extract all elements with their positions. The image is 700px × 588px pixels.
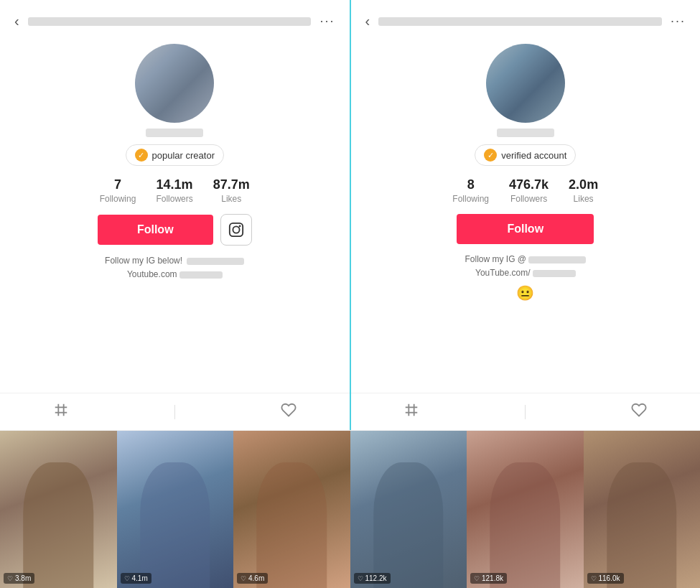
like-badge-6: ♡ 116.0k <box>587 573 624 584</box>
username-left <box>146 129 203 137</box>
stat-likes-left: 87.7m Likes <box>213 177 250 204</box>
bio-line-1-right: Follow my IG @ <box>386 253 665 266</box>
like-count-3: 4.6m <box>248 574 264 582</box>
like-badge-4: ♡ 112.2k <box>354 573 391 584</box>
stat-followers-right: 476.7k Followers <box>509 177 549 204</box>
heart-icon-1: ♡ <box>7 575 13 582</box>
profile-panel-right: ‹ ··· ✓ verified account 8 Following 476… <box>351 0 701 430</box>
stats-row-left: 7 Following 14.1m Followers 87.7m Likes <box>100 177 250 204</box>
videos-grid: ♡ 3.8m ♡ 4.1m ♡ 4.6m ♡ 112.2k ♡ 121.8k <box>0 431 700 588</box>
follow-button-left[interactable]: Follow <box>98 215 213 245</box>
header-username-left <box>28 17 312 26</box>
video-thumb-1[interactable]: ♡ 3.8m <box>0 431 117 588</box>
stat-num-following-left: 7 <box>114 177 121 192</box>
heart-icon-3: ♡ <box>241 575 246 582</box>
emoji-right: 😐 <box>386 284 665 302</box>
tab-bar-left <box>0 393 350 430</box>
stat-num-likes-left: 87.7m <box>213 177 250 192</box>
avatar-image-left <box>135 44 214 123</box>
stat-following-left: 7 Following <box>100 177 136 204</box>
stat-label-following-right: Following <box>452 194 489 204</box>
like-badge-3: ♡ 4.6m <box>237 573 268 584</box>
heart-icon-5: ♡ <box>474 575 480 582</box>
video-thumb-3[interactable]: ♡ 4.6m <box>233 431 350 588</box>
tab-bar-right <box>351 393 701 430</box>
stat-num-likes-right: 2.0m <box>569 177 598 192</box>
avatar-image-right <box>486 44 565 123</box>
badge-text-right: verified account <box>501 150 566 161</box>
stat-likes-right: 2.0m Likes <box>569 177 598 204</box>
profile-panel-left: ‹ ··· ✓ popular creator 7 Following 14.1… <box>0 0 351 430</box>
instagram-button-left[interactable] <box>220 214 252 246</box>
verified-icon-right: ✓ <box>484 149 497 162</box>
like-count-5: 121.8k <box>482 574 503 582</box>
bio-line-1-left: Follow my IG below! <box>35 254 314 268</box>
svg-point-1 <box>233 226 239 233</box>
heart-icon-4: ♡ <box>358 575 363 582</box>
actions-row-right: Follow <box>457 214 594 244</box>
grid-tab-right[interactable] <box>403 402 419 421</box>
stat-label-followers-right: Followers <box>510 194 547 204</box>
badge-left: ✓ popular creator <box>126 144 224 166</box>
liked-tab-left[interactable] <box>281 402 297 421</box>
video-thumb-5[interactable]: ♡ 121.8k <box>467 431 584 588</box>
actions-row-left: Follow <box>98 214 252 246</box>
like-badge-2: ♡ 4.1m <box>121 573 151 584</box>
stat-label-likes-left: Likes <box>221 194 241 204</box>
like-count-1: 3.8m <box>15 574 31 582</box>
more-button-left[interactable]: ··· <box>319 14 335 29</box>
video-thumb-2[interactable]: ♡ 4.1m <box>117 431 234 588</box>
stat-num-followers-right: 476.7k <box>509 177 549 192</box>
heart-icon-6: ♡ <box>591 575 597 582</box>
bio-left: Follow my IG below! Youtube.com <box>35 254 314 281</box>
more-button-right[interactable]: ··· <box>671 14 686 29</box>
header-left: ‹ ··· <box>0 0 350 37</box>
header-right: ‹ ··· <box>351 0 701 37</box>
stats-row-right: 8 Following 476.7k Followers 2.0m Likes <box>452 177 598 204</box>
video-thumb-4[interactable]: ♡ 112.2k <box>350 431 467 588</box>
stat-followers-left: 14.1m Followers <box>156 177 192 204</box>
bio-blur-4 <box>533 270 576 277</box>
bio-right: Follow my IG @ YouTube.com/ 😐 <box>386 253 665 302</box>
stat-following-right: 8 Following <box>452 177 489 204</box>
like-badge-5: ♡ 121.8k <box>470 573 507 584</box>
bio-blur-3 <box>528 256 586 263</box>
video-thumb-6[interactable]: ♡ 116.0k <box>584 431 701 588</box>
bio-line-2-left: Youtube.com <box>35 268 314 281</box>
badge-right: ✓ verified account <box>475 144 576 166</box>
back-button-left[interactable]: ‹ <box>14 13 19 29</box>
stat-label-following-left: Following <box>100 194 136 204</box>
like-count-6: 116.0k <box>599 574 620 582</box>
bio-blur-1 <box>187 258 244 265</box>
header-username-right <box>378 17 662 26</box>
tab-divider-left <box>174 405 175 419</box>
follow-button-right[interactable]: Follow <box>457 214 594 244</box>
bio-line-2-right: YouTube.com/ <box>386 266 665 280</box>
like-badge-1: ♡ 3.8m <box>4 573 34 584</box>
svg-point-2 <box>238 225 241 228</box>
stat-label-likes-right: Likes <box>574 194 594 204</box>
heart-icon-2: ♡ <box>124 575 130 582</box>
tab-divider-right <box>525 405 526 419</box>
back-button-right[interactable]: ‹ <box>365 13 370 29</box>
avatar-left <box>135 44 214 123</box>
avatar-right <box>486 44 565 123</box>
stat-num-followers-left: 14.1m <box>157 177 193 192</box>
stat-label-followers-left: Followers <box>156 194 192 204</box>
grid-tab-left[interactable] <box>53 402 69 421</box>
bio-blur-2 <box>179 271 223 279</box>
verified-icon-left: ✓ <box>135 149 148 162</box>
svg-rect-0 <box>229 223 242 236</box>
stat-num-following-right: 8 <box>467 177 475 192</box>
username-right <box>497 129 554 137</box>
like-count-2: 4.1m <box>132 574 148 582</box>
liked-tab-right[interactable] <box>631 402 647 421</box>
badge-text-left: popular creator <box>152 150 215 161</box>
like-count-4: 112.2k <box>365 574 387 582</box>
